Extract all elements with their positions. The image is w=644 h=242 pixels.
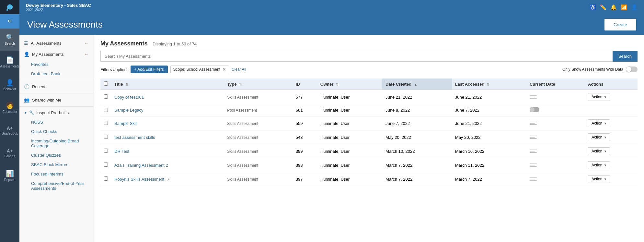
row-current-date <box>526 158 585 172</box>
add-edit-filters-button[interactable]: + Add/Edit Filters <box>131 66 168 73</box>
sidebar: ☰ All Assessments ← 👤 My Assessments ← F… <box>19 35 94 242</box>
external-link-icon[interactable]: ↗ <box>167 177 170 181</box>
action-button[interactable]: Action ▼ <box>588 161 610 169</box>
row-actions: Action ▼ <box>585 158 638 172</box>
row-id: 398 <box>293 158 317 172</box>
action-button[interactable]: Action ▼ <box>588 175 610 183</box>
assessment-link[interactable]: Robyn's Skills Assessment <box>114 177 164 182</box>
nav-item-behavior[interactable]: 👤 Behavior <box>0 74 19 97</box>
action-button[interactable]: Action ▼ <box>588 147 610 155</box>
row-last-accessed: June 21, 2022 <box>452 116 526 130</box>
reports-nav-icon: 📊 <box>6 170 14 177</box>
assessment-link[interactable]: Sample Legacy <box>114 108 144 113</box>
action-button[interactable]: Action ▼ <box>588 93 610 101</box>
col-owner[interactable]: Owner ⇅ <box>317 79 382 90</box>
nav-item-counselor[interactable]: 🧑 Counselor <box>0 97 19 119</box>
nav-item-assessments[interactable]: 📄 Assessments <box>0 51 19 74</box>
nav-item-gradebook[interactable]: A+ GradeBook <box>0 119 19 142</box>
inspect-icon: 🔧 <box>29 110 34 115</box>
row-checkbox[interactable] <box>104 108 108 112</box>
page-title: View Assessments <box>27 19 103 30</box>
sidebar-sub-item-focused-interims[interactable]: Focused Interims <box>19 169 94 179</box>
assessment-link[interactable]: test assessment skills <box>114 135 155 140</box>
action-button[interactable]: Action ▼ <box>588 119 610 127</box>
show-data-toggle[interactable] <box>626 67 638 72</box>
nav-item-search[interactable]: 🔍 Search <box>0 29 19 51</box>
search-button[interactable]: Search <box>613 51 638 62</box>
assessment-link[interactable]: Aza's Training Assessment 2 <box>114 163 168 168</box>
assessment-link[interactable]: DR Test <box>114 149 129 154</box>
nav-item-grades[interactable]: A+ Grades <box>0 142 19 165</box>
table-header-row: Title ⇅ Type ⇅ ID Owner ⇅ Date Created ▲ <box>100 79 638 90</box>
row-actions: Action ▼ <box>585 172 638 186</box>
sidebar-item-inspect-prebuilts[interactable]: ▼ 🔧 Inspect Pre-builts <box>19 108 94 117</box>
row-checkbox-cell <box>100 90 111 104</box>
sidebar-sub-item-sbac-block-mirrors[interactable]: SBAC Block Mirrors <box>19 160 94 169</box>
col-last-accessed[interactable]: Last Accessed ⇅ <box>452 79 526 90</box>
chart-icon[interactable]: 📶 <box>621 4 627 10</box>
bell-icon[interactable]: 🔔 <box>610 4 617 10</box>
accessibility-icon[interactable]: ♿ <box>590 4 596 10</box>
row-checkbox[interactable] <box>104 176 108 181</box>
row-checkbox[interactable] <box>104 163 108 167</box>
col-checkbox[interactable] <box>100 79 111 90</box>
sidebar-sub-item-broad-coverage[interactable]: Incoming/Outgoing Broad Coverage <box>19 136 94 151</box>
row-id: 681 <box>293 104 317 116</box>
row-date-created: March 7, 2022 <box>382 172 452 186</box>
assessment-type: Skills Assessment <box>227 177 258 182</box>
school-year: 2021-2022 <box>26 8 91 12</box>
row-actions: Action ▼ <box>585 130 638 144</box>
row-current-date <box>526 104 585 116</box>
nav-bar: UI 🔍 Search 📄 Assessments 👤 Behavior 🧑 C… <box>0 0 19 242</box>
assessment-link[interactable]: Sample Skill <box>114 121 138 126</box>
row-last-accessed: March 11, 2022 <box>452 158 526 172</box>
sidebar-item-shared-with-me[interactable]: 👥 Shared with Me <box>19 95 94 105</box>
action-button[interactable]: Action ▼ <box>588 133 610 141</box>
sidebar-sub-item-comprehensive[interactable]: Comprehensive/End-of-Year Assessments <box>19 179 94 193</box>
row-actions: Action ▼ <box>585 116 638 130</box>
app-logo <box>0 0 19 14</box>
sidebar-sub-item-cluster-quizzes[interactable]: Cluster Quizzes <box>19 151 94 160</box>
sidebar-item-draft-item-bank[interactable]: Draft Item Bank <box>19 69 94 79</box>
col-title[interactable]: Title ⇅ <box>111 79 224 90</box>
row-title: Robyn's Skills Assessment ↗ <box>111 172 224 186</box>
top-header: Dewey Elementary - Sales SBAC 2021-2022 … <box>19 0 644 14</box>
assessment-type: Skills Assessment <box>227 149 258 154</box>
clear-all-link[interactable]: Clear All <box>232 67 246 72</box>
nav-item-ui[interactable]: UI <box>0 14 19 29</box>
sidebar-sub-item-ngss[interactable]: NGSS <box>19 117 94 127</box>
col-date-created[interactable]: Date Created ▲ <box>382 79 452 90</box>
row-checkbox[interactable] <box>104 149 108 153</box>
row-owner: Illuminate, User <box>317 104 382 116</box>
row-checkbox[interactable] <box>104 135 108 139</box>
row-checkbox[interactable] <box>104 121 108 125</box>
search-input[interactable] <box>100 51 613 62</box>
create-button[interactable]: Create <box>604 19 636 30</box>
row-checkbox-cell <box>100 144 111 158</box>
slider-icon <box>530 136 581 139</box>
row-type: Skills Assessment <box>224 158 293 172</box>
row-type: Skills Assessment <box>224 144 293 158</box>
sidebar-sub-item-quick-checks[interactable]: Quick Checks <box>19 127 94 136</box>
col-current-date[interactable]: Current Date <box>526 79 585 90</box>
assessment-link[interactable]: Copy of test001 <box>114 95 144 100</box>
sidebar-item-my-assessments[interactable]: 👤 My Assessments ← <box>19 49 94 60</box>
col-type[interactable]: Type ⇅ <box>224 79 293 90</box>
main-panel: My Assessments Displaying 1 to 50 of 74 … <box>94 35 644 242</box>
remove-filter-icon[interactable]: ✕ <box>222 67 226 72</box>
row-checkbox-cell <box>100 104 111 116</box>
sidebar-item-recent[interactable]: 🕐 Recent <box>19 81 94 92</box>
row-type: Skills Assessment <box>224 116 293 130</box>
sort-owner-icon: ⇅ <box>336 83 339 86</box>
select-all-checkbox[interactable] <box>104 81 108 86</box>
row-checkbox[interactable] <box>104 94 108 99</box>
col-id[interactable]: ID <box>293 79 317 90</box>
sidebar-item-favorites[interactable]: Favorites <box>19 60 94 69</box>
user-avatar[interactable]: 👤 <box>631 4 638 10</box>
toggle-label: Only Show Assessments With Data <box>562 67 623 72</box>
nav-item-reports[interactable]: 📊 Reports <box>0 165 19 188</box>
sidebar-item-all-assessments[interactable]: ☰ All Assessments ← <box>19 38 94 49</box>
row-data-toggle[interactable] <box>530 107 539 112</box>
row-last-accessed: May 20, 2022 <box>452 130 526 144</box>
pencil-icon[interactable]: ✏️ <box>600 4 606 10</box>
